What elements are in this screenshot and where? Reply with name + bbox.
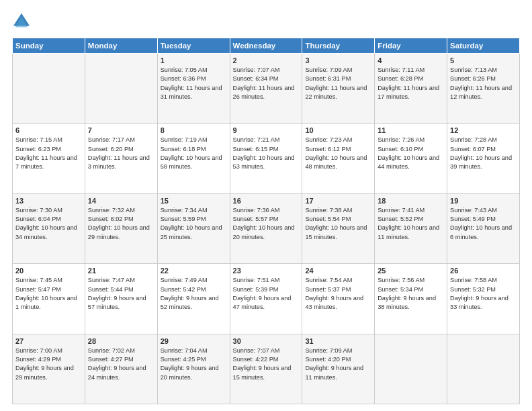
- cell-day-number: 24: [305, 267, 371, 275]
- calendar-cell: 6Sunrise: 7:15 AM Sunset: 6:23 PM Daylig…: [13, 124, 85, 193]
- cell-info: Sunrise: 7:05 AM Sunset: 6:36 PM Dayligh…: [161, 66, 227, 101]
- calendar-cell: 18Sunrise: 7:41 AM Sunset: 5:52 PM Dayli…: [375, 193, 447, 263]
- calendar-cell: 25Sunrise: 7:56 AM Sunset: 5:34 PM Dayli…: [375, 264, 447, 334]
- cell-day-number: 2: [233, 56, 300, 64]
- cell-info: Sunrise: 7:32 AM Sunset: 6:02 PM Dayligh…: [88, 206, 154, 242]
- cell-day-number: 25: [378, 267, 444, 275]
- calendar-cell: 14Sunrise: 7:32 AM Sunset: 6:02 PM Dayli…: [85, 193, 157, 263]
- calendar-cell: 1Sunrise: 7:05 AM Sunset: 6:36 PM Daylig…: [157, 54, 230, 124]
- cell-info: Sunrise: 7:56 AM Sunset: 5:34 PM Dayligh…: [378, 276, 444, 312]
- calendar-week-row: 1Sunrise: 7:05 AM Sunset: 6:36 PM Daylig…: [13, 54, 520, 124]
- calendar-cell: 22Sunrise: 7:49 AM Sunset: 5:42 PM Dayli…: [157, 264, 230, 334]
- cell-info: Sunrise: 7:51 AM Sunset: 5:39 PM Dayligh…: [233, 276, 300, 312]
- calendar-cell: 9Sunrise: 7:21 AM Sunset: 6:15 PM Daylig…: [230, 124, 302, 193]
- calendar-cell: 16Sunrise: 7:36 AM Sunset: 5:57 PM Dayli…: [230, 193, 302, 263]
- calendar-cell: [375, 334, 447, 404]
- cell-day-number: 10: [305, 126, 371, 134]
- calendar-cell: 31Sunrise: 7:09 AM Sunset: 4:20 PM Dayli…: [302, 334, 375, 404]
- logo-icon: [12, 12, 31, 31]
- cell-day-number: 29: [161, 337, 227, 345]
- weekday-header-sunday: Sunday: [13, 38, 85, 54]
- cell-day-number: 6: [15, 126, 82, 134]
- cell-day-number: 1: [161, 56, 227, 64]
- calendar-cell: 20Sunrise: 7:45 AM Sunset: 5:47 PM Dayli…: [13, 264, 85, 334]
- calendar-table: SundayMondayTuesdayWednesdayThursdayFrid…: [12, 38, 520, 404]
- cell-info: Sunrise: 7:21 AM Sunset: 6:15 PM Dayligh…: [233, 136, 300, 171]
- cell-info: Sunrise: 7:00 AM Sunset: 4:29 PM Dayligh…: [15, 347, 82, 382]
- cell-info: Sunrise: 7:07 AM Sunset: 6:34 PM Dayligh…: [233, 66, 300, 101]
- weekday-header-saturday: Saturday: [447, 38, 520, 54]
- calendar-cell: 10Sunrise: 7:23 AM Sunset: 6:12 PM Dayli…: [302, 124, 375, 193]
- cell-day-number: 31: [305, 337, 371, 345]
- calendar-cell: 4Sunrise: 7:11 AM Sunset: 6:28 PM Daylig…: [375, 54, 447, 124]
- cell-day-number: 3: [305, 56, 371, 64]
- cell-info: Sunrise: 7:58 AM Sunset: 5:32 PM Dayligh…: [450, 276, 517, 312]
- cell-info: Sunrise: 7:07 AM Sunset: 4:22 PM Dayligh…: [233, 347, 300, 382]
- cell-day-number: 28: [88, 337, 154, 345]
- cell-day-number: 17: [305, 197, 371, 205]
- header: [12, 12, 520, 31]
- cell-info: Sunrise: 7:17 AM Sunset: 6:20 PM Dayligh…: [88, 136, 154, 171]
- calendar-cell: 26Sunrise: 7:58 AM Sunset: 5:32 PM Dayli…: [447, 264, 520, 334]
- page: SundayMondayTuesdayWednesdayThursdayFrid…: [0, 0, 532, 411]
- weekday-header-tuesday: Tuesday: [157, 38, 230, 54]
- logo: [12, 12, 34, 31]
- cell-info: Sunrise: 7:11 AM Sunset: 6:28 PM Dayligh…: [378, 66, 444, 101]
- calendar-week-row: 20Sunrise: 7:45 AM Sunset: 5:47 PM Dayli…: [13, 264, 520, 334]
- cell-day-number: 15: [161, 197, 227, 205]
- cell-day-number: 19: [450, 197, 517, 205]
- cell-info: Sunrise: 7:23 AM Sunset: 6:12 PM Dayligh…: [305, 136, 371, 171]
- cell-info: Sunrise: 7:09 AM Sunset: 4:20 PM Dayligh…: [305, 347, 371, 382]
- cell-info: Sunrise: 7:54 AM Sunset: 5:37 PM Dayligh…: [305, 276, 371, 312]
- cell-day-number: 16: [233, 197, 300, 205]
- calendar-cell: 19Sunrise: 7:43 AM Sunset: 5:49 PM Dayli…: [447, 193, 520, 263]
- cell-info: Sunrise: 7:13 AM Sunset: 6:26 PM Dayligh…: [450, 66, 517, 101]
- calendar-cell: 28Sunrise: 7:02 AM Sunset: 4:27 PM Dayli…: [85, 334, 157, 404]
- weekday-header-thursday: Thursday: [302, 38, 375, 54]
- cell-day-number: 5: [450, 56, 517, 64]
- cell-day-number: 11: [378, 126, 444, 134]
- calendar-cell: 15Sunrise: 7:34 AM Sunset: 5:59 PM Dayli…: [157, 193, 230, 263]
- cell-day-number: 18: [378, 197, 444, 205]
- calendar-cell: [447, 334, 520, 404]
- cell-day-number: 27: [15, 337, 82, 345]
- cell-info: Sunrise: 7:30 AM Sunset: 6:04 PM Dayligh…: [15, 206, 82, 242]
- cell-info: Sunrise: 7:41 AM Sunset: 5:52 PM Dayligh…: [378, 206, 444, 242]
- weekday-header-friday: Friday: [375, 38, 447, 54]
- cell-day-number: 13: [15, 197, 82, 205]
- cell-info: Sunrise: 7:36 AM Sunset: 5:57 PM Dayligh…: [233, 206, 300, 242]
- calendar-cell: [13, 54, 85, 124]
- cell-day-number: 21: [88, 267, 154, 275]
- cell-day-number: 14: [88, 197, 154, 205]
- cell-info: Sunrise: 7:15 AM Sunset: 6:23 PM Dayligh…: [15, 136, 82, 171]
- calendar-cell: 8Sunrise: 7:19 AM Sunset: 6:18 PM Daylig…: [157, 124, 230, 193]
- calendar-cell: 2Sunrise: 7:07 AM Sunset: 6:34 PM Daylig…: [230, 54, 302, 124]
- calendar-cell: 24Sunrise: 7:54 AM Sunset: 5:37 PM Dayli…: [302, 264, 375, 334]
- calendar-cell: 12Sunrise: 7:28 AM Sunset: 6:07 PM Dayli…: [447, 124, 520, 193]
- cell-info: Sunrise: 7:19 AM Sunset: 6:18 PM Dayligh…: [161, 136, 227, 171]
- calendar-cell: 29Sunrise: 7:04 AM Sunset: 4:25 PM Dayli…: [157, 334, 230, 404]
- cell-info: Sunrise: 7:43 AM Sunset: 5:49 PM Dayligh…: [450, 206, 517, 242]
- calendar-cell: 5Sunrise: 7:13 AM Sunset: 6:26 PM Daylig…: [447, 54, 520, 124]
- weekday-header-row: SundayMondayTuesdayWednesdayThursdayFrid…: [13, 38, 520, 54]
- cell-info: Sunrise: 7:34 AM Sunset: 5:59 PM Dayligh…: [161, 206, 227, 242]
- cell-day-number: 7: [88, 126, 154, 134]
- cell-info: Sunrise: 7:45 AM Sunset: 5:47 PM Dayligh…: [15, 276, 82, 312]
- calendar-cell: [85, 54, 157, 124]
- cell-info: Sunrise: 7:02 AM Sunset: 4:27 PM Dayligh…: [88, 347, 154, 382]
- cell-info: Sunrise: 7:26 AM Sunset: 6:10 PM Dayligh…: [378, 136, 444, 171]
- calendar-cell: 13Sunrise: 7:30 AM Sunset: 6:04 PM Dayli…: [13, 193, 85, 263]
- cell-info: Sunrise: 7:47 AM Sunset: 5:44 PM Dayligh…: [88, 276, 154, 312]
- calendar-cell: 21Sunrise: 7:47 AM Sunset: 5:44 PM Dayli…: [85, 264, 157, 334]
- cell-day-number: 12: [450, 126, 517, 134]
- calendar-cell: 7Sunrise: 7:17 AM Sunset: 6:20 PM Daylig…: [85, 124, 157, 193]
- weekday-header-monday: Monday: [85, 38, 157, 54]
- calendar-cell: 3Sunrise: 7:09 AM Sunset: 6:31 PM Daylig…: [302, 54, 375, 124]
- calendar-week-row: 13Sunrise: 7:30 AM Sunset: 6:04 PM Dayli…: [13, 193, 520, 263]
- calendar-cell: 11Sunrise: 7:26 AM Sunset: 6:10 PM Dayli…: [375, 124, 447, 193]
- cell-info: Sunrise: 7:38 AM Sunset: 5:54 PM Dayligh…: [305, 206, 371, 242]
- calendar-cell: 17Sunrise: 7:38 AM Sunset: 5:54 PM Dayli…: [302, 193, 375, 263]
- calendar-cell: 30Sunrise: 7:07 AM Sunset: 4:22 PM Dayli…: [230, 334, 302, 404]
- weekday-header-wednesday: Wednesday: [230, 38, 302, 54]
- cell-day-number: 23: [233, 267, 300, 275]
